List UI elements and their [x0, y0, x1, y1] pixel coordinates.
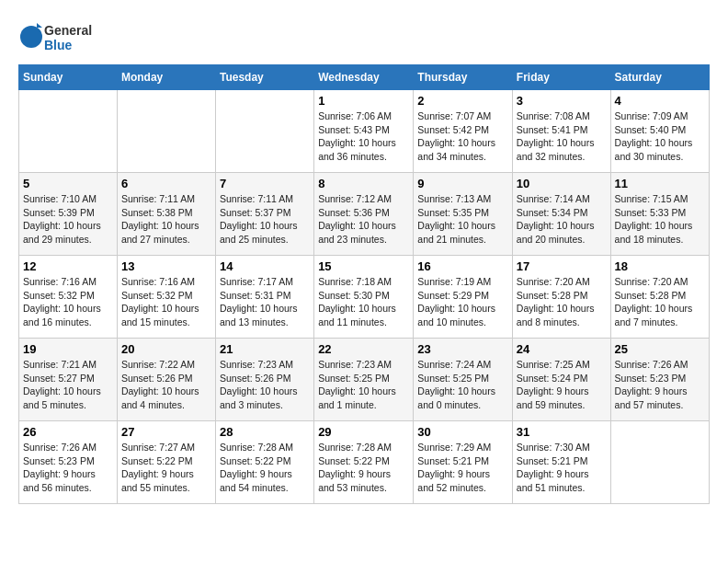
calendar-week-row: 5Sunrise: 7:10 AM Sunset: 5:39 PM Daylig…: [19, 173, 710, 256]
header: GeneralBlue: [18, 18, 710, 55]
day-number: 31: [517, 425, 607, 439]
day-info: Sunrise: 7:20 AM Sunset: 5:28 PM Dayligh…: [517, 276, 595, 327]
day-number: 19: [23, 342, 113, 356]
weekday-header-thursday: Thursday: [414, 65, 513, 90]
day-number: 5: [23, 177, 113, 190]
day-info: Sunrise: 7:28 AM Sunset: 5:22 PM Dayligh…: [318, 442, 392, 493]
day-number: 7: [220, 177, 310, 190]
calendar-cell: 18Sunrise: 7:20 AM Sunset: 5:28 PM Dayli…: [610, 256, 709, 339]
weekday-header-wednesday: Wednesday: [314, 65, 414, 90]
day-number: 12: [23, 259, 113, 273]
calendar-cell: 26Sunrise: 7:26 AM Sunset: 5:23 PM Dayli…: [19, 421, 118, 504]
calendar-cell: 4Sunrise: 7:09 AM Sunset: 5:40 PM Daylig…: [610, 90, 709, 173]
calendar-cell: 22Sunrise: 7:23 AM Sunset: 5:25 PM Dayli…: [314, 339, 414, 421]
weekday-header-tuesday: Tuesday: [215, 65, 313, 90]
calendar-cell: [19, 90, 118, 173]
day-info: Sunrise: 7:22 AM Sunset: 5:26 PM Dayligh…: [121, 359, 199, 410]
day-info: Sunrise: 7:23 AM Sunset: 5:26 PM Dayligh…: [220, 359, 298, 410]
day-number: 3: [517, 94, 607, 108]
day-number: 16: [417, 259, 508, 273]
day-number: 24: [517, 342, 607, 356]
day-info: Sunrise: 7:28 AM Sunset: 5:22 PM Dayligh…: [220, 442, 293, 493]
calendar-cell: 17Sunrise: 7:20 AM Sunset: 5:28 PM Dayli…: [512, 256, 610, 339]
calendar-cell: 21Sunrise: 7:23 AM Sunset: 5:26 PM Dayli…: [215, 339, 313, 421]
calendar-header: SundayMondayTuesdayWednesdayThursdayFrid…: [19, 65, 710, 90]
day-number: 18: [615, 259, 705, 273]
calendar-cell: 7Sunrise: 7:11 AM Sunset: 5:37 PM Daylig…: [215, 173, 313, 256]
day-info: Sunrise: 7:26 AM Sunset: 5:23 PM Dayligh…: [615, 359, 688, 410]
day-number: 4: [615, 94, 705, 108]
weekday-header-sunday: Sunday: [19, 65, 118, 90]
calendar-cell: 8Sunrise: 7:12 AM Sunset: 5:36 PM Daylig…: [314, 173, 414, 256]
calendar-cell: 29Sunrise: 7:28 AM Sunset: 5:22 PM Dayli…: [314, 421, 414, 504]
day-number: 29: [318, 425, 409, 439]
calendar-cell: [610, 421, 709, 504]
day-info: Sunrise: 7:24 AM Sunset: 5:25 PM Dayligh…: [417, 359, 495, 410]
calendar-cell: 13Sunrise: 7:16 AM Sunset: 5:32 PM Dayli…: [117, 256, 215, 339]
calendar-cell: [215, 90, 313, 173]
day-number: 17: [517, 259, 607, 273]
day-number: 11: [615, 177, 705, 190]
day-info: Sunrise: 7:08 AM Sunset: 5:41 PM Dayligh…: [517, 110, 595, 162]
calendar-cell: 24Sunrise: 7:25 AM Sunset: 5:24 PM Dayli…: [512, 339, 610, 421]
calendar-cell: 12Sunrise: 7:16 AM Sunset: 5:32 PM Dayli…: [19, 256, 118, 339]
day-number: 20: [121, 342, 211, 356]
day-info: Sunrise: 7:11 AM Sunset: 5:38 PM Dayligh…: [121, 193, 199, 245]
day-number: 13: [121, 259, 211, 273]
day-info: Sunrise: 7:30 AM Sunset: 5:21 PM Dayligh…: [517, 442, 590, 493]
day-info: Sunrise: 7:06 AM Sunset: 5:43 PM Dayligh…: [318, 110, 396, 162]
day-number: 6: [121, 177, 211, 190]
day-info: Sunrise: 7:21 AM Sunset: 5:27 PM Dayligh…: [23, 359, 101, 410]
day-info: Sunrise: 7:23 AM Sunset: 5:25 PM Dayligh…: [318, 359, 396, 410]
calendar-cell: 23Sunrise: 7:24 AM Sunset: 5:25 PM Dayli…: [414, 339, 513, 421]
calendar-cell: 28Sunrise: 7:28 AM Sunset: 5:22 PM Dayli…: [215, 421, 313, 504]
calendar-week-row: 12Sunrise: 7:16 AM Sunset: 5:32 PM Dayli…: [19, 256, 710, 339]
calendar-cell: 11Sunrise: 7:15 AM Sunset: 5:33 PM Dayli…: [610, 173, 709, 256]
svg-point-0: [20, 26, 42, 48]
day-info: Sunrise: 7:17 AM Sunset: 5:31 PM Dayligh…: [220, 276, 298, 327]
calendar-cell: 1Sunrise: 7:06 AM Sunset: 5:43 PM Daylig…: [314, 90, 414, 173]
day-number: 26: [23, 425, 113, 439]
day-number: 8: [318, 177, 409, 190]
svg-text:General: General: [44, 23, 92, 38]
day-info: Sunrise: 7:11 AM Sunset: 5:37 PM Dayligh…: [220, 193, 298, 245]
day-number: 14: [220, 259, 310, 273]
calendar-body: 1Sunrise: 7:06 AM Sunset: 5:43 PM Daylig…: [19, 90, 710, 504]
day-info: Sunrise: 7:07 AM Sunset: 5:42 PM Dayligh…: [417, 110, 495, 162]
day-number: 10: [517, 177, 607, 190]
day-info: Sunrise: 7:13 AM Sunset: 5:35 PM Dayligh…: [417, 193, 495, 245]
calendar-cell: 19Sunrise: 7:21 AM Sunset: 5:27 PM Dayli…: [19, 339, 118, 421]
calendar-cell: 30Sunrise: 7:29 AM Sunset: 5:21 PM Dayli…: [414, 421, 513, 504]
weekday-header-monday: Monday: [117, 65, 215, 90]
day-info: Sunrise: 7:10 AM Sunset: 5:39 PM Dayligh…: [23, 193, 101, 245]
calendar-cell: 16Sunrise: 7:19 AM Sunset: 5:29 PM Dayli…: [414, 256, 513, 339]
calendar-cell: [117, 90, 215, 173]
calendar-cell: 25Sunrise: 7:26 AM Sunset: 5:23 PM Dayli…: [610, 339, 709, 421]
day-info: Sunrise: 7:26 AM Sunset: 5:23 PM Dayligh…: [23, 442, 97, 493]
weekday-header-row: SundayMondayTuesdayWednesdayThursdayFrid…: [19, 65, 710, 90]
calendar-cell: 2Sunrise: 7:07 AM Sunset: 5:42 PM Daylig…: [414, 90, 513, 173]
day-info: Sunrise: 7:14 AM Sunset: 5:34 PM Dayligh…: [517, 193, 595, 245]
day-number: 25: [615, 342, 705, 356]
calendar-week-row: 1Sunrise: 7:06 AM Sunset: 5:43 PM Daylig…: [19, 90, 710, 173]
calendar-week-row: 19Sunrise: 7:21 AM Sunset: 5:27 PM Dayli…: [19, 339, 710, 421]
calendar-cell: 27Sunrise: 7:27 AM Sunset: 5:22 PM Dayli…: [117, 421, 215, 504]
day-number: 9: [417, 177, 508, 190]
calendar-cell: 5Sunrise: 7:10 AM Sunset: 5:39 PM Daylig…: [19, 173, 118, 256]
day-info: Sunrise: 7:20 AM Sunset: 5:28 PM Dayligh…: [615, 276, 693, 327]
day-info: Sunrise: 7:09 AM Sunset: 5:40 PM Dayligh…: [615, 110, 693, 162]
calendar-cell: 10Sunrise: 7:14 AM Sunset: 5:34 PM Dayli…: [512, 173, 610, 256]
calendar-cell: 9Sunrise: 7:13 AM Sunset: 5:35 PM Daylig…: [414, 173, 513, 256]
calendar-cell: 3Sunrise: 7:08 AM Sunset: 5:41 PM Daylig…: [512, 90, 610, 173]
calendar-cell: 20Sunrise: 7:22 AM Sunset: 5:26 PM Dayli…: [117, 339, 215, 421]
day-number: 21: [220, 342, 310, 356]
day-number: 22: [318, 342, 409, 356]
day-info: Sunrise: 7:15 AM Sunset: 5:33 PM Dayligh…: [615, 193, 693, 245]
day-number: 2: [417, 94, 508, 108]
day-info: Sunrise: 7:18 AM Sunset: 5:30 PM Dayligh…: [318, 276, 396, 327]
day-info: Sunrise: 7:27 AM Sunset: 5:22 PM Dayligh…: [121, 442, 195, 493]
day-number: 15: [318, 259, 409, 273]
calendar-table: SundayMondayTuesdayWednesdayThursdayFrid…: [18, 64, 710, 504]
day-number: 1: [318, 94, 409, 108]
calendar-cell: 6Sunrise: 7:11 AM Sunset: 5:38 PM Daylig…: [117, 173, 215, 256]
